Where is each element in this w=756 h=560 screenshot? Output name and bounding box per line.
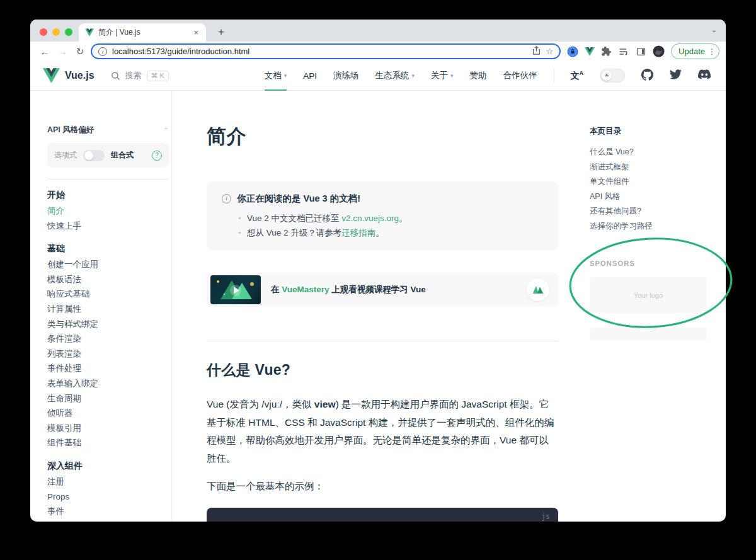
vuemastery-banner[interactable]: 在 VueMastery 上观看视频课程学习 Vue xyxy=(207,273,558,307)
nav-menu: 文档▾API演练场生态系统▾关于▾赞助合作伙伴 文A ☀ xyxy=(265,61,711,91)
collapse-chevron-icon[interactable]: ⌃ xyxy=(164,127,169,134)
close-window-button[interactable] xyxy=(40,28,47,36)
sidebar-item[interactable]: 计算属性 xyxy=(47,302,168,317)
sidebar-item[interactable]: 简介 xyxy=(47,203,168,219)
tab-search-chevron-icon[interactable]: ⌄ xyxy=(711,26,717,34)
sidebar: API 风格偏好 ⌃ 选项式 组合式 ? 开始简介快速上手基础创建一个应用模板语… xyxy=(30,91,172,522)
new-tab-button[interactable]: + xyxy=(214,26,229,38)
sponsor-placeholder-box[interactable]: Your logo xyxy=(590,277,707,313)
code-content[interactable]: import { createApp } from 'vue' createAp… xyxy=(207,508,558,522)
zoom-window-button[interactable] xyxy=(65,28,72,36)
playlist-extension-icon[interactable] xyxy=(618,47,629,57)
sidebar-item[interactable]: 事件 xyxy=(47,504,168,519)
sidebar-group: 深入组件注册Props事件透传 Attributes插槽 xyxy=(47,458,168,522)
section-title: 什么是 Vue? xyxy=(207,360,558,380)
info-title: 你正在阅读的是 Vue 3 的文档! xyxy=(237,193,360,205)
example-lead-paragraph: 下面是一个最基本的示例： xyxy=(207,480,558,493)
tab-title: 简介 | Vue.js xyxy=(98,27,188,38)
inline-link[interactable]: 迁移指南 xyxy=(341,228,375,237)
discord-icon[interactable] xyxy=(698,69,711,82)
sidebar-item[interactable]: 类与样式绑定 xyxy=(47,317,168,332)
search-icon xyxy=(111,71,120,81)
sidebar-item[interactable]: Props xyxy=(47,489,168,505)
browser-tab[interactable]: 简介 | Vue.js × xyxy=(79,23,206,42)
search-button[interactable]: 搜索 ⌘ K xyxy=(111,70,169,81)
api-style-switcher: 选项式 组合式 ? xyxy=(47,143,169,168)
sidebar-item[interactable]: 透传 Attributes xyxy=(47,519,168,522)
share-icon[interactable] xyxy=(532,46,541,57)
nav-item[interactable]: 关于▾ xyxy=(431,61,454,91)
main-area: 简介 i 你正在阅读的是 Vue 3 的文档! Vue 2 中文文档已迁移至 v… xyxy=(172,91,726,522)
side-panel-icon[interactable] xyxy=(636,47,646,57)
nav-item[interactable]: 文档▾ xyxy=(265,61,287,91)
toc-item[interactable]: 选择你的学习路径 xyxy=(590,219,712,234)
reload-button[interactable]: ↻ xyxy=(73,46,87,57)
nav-item[interactable]: 合作伙伴 xyxy=(503,61,537,91)
sidebar-item[interactable]: 列表渲染 xyxy=(47,346,168,362)
sidebar-item[interactable]: 注册 xyxy=(47,474,168,489)
sponsor-placeholder-box-2[interactable] xyxy=(590,328,707,340)
sidebar-group: 基础创建一个应用模板语法响应式基础计算属性类与样式绑定条件渲染列表渲染事件处理表… xyxy=(47,241,168,450)
api-preference-title: API 风格偏好 xyxy=(47,125,94,135)
bookmark-star-icon[interactable]: ☆ xyxy=(546,47,553,56)
code-language-badge: js xyxy=(541,512,550,521)
video-thumbnail[interactable] xyxy=(210,275,261,304)
nav-item[interactable]: API xyxy=(303,61,317,91)
sidebar-item[interactable]: 响应式基础 xyxy=(47,287,168,302)
screenshot-stage: 简介 | Vue.js × + ⌄ ← → ↻ i localhost:5173… xyxy=(0,0,756,560)
sidebar-item[interactable]: 快速上手 xyxy=(47,219,168,234)
site-brand[interactable]: Vue.js xyxy=(43,68,94,83)
url-text[interactable]: localhost:5173/guide/introduction.html xyxy=(112,47,527,56)
sidebar-item[interactable]: 侦听器 xyxy=(47,406,168,421)
composition-api-label[interactable]: 组合式 xyxy=(111,150,134,161)
options-api-label[interactable]: 选项式 xyxy=(54,150,77,161)
vue-devtools-extension-icon[interactable] xyxy=(585,47,595,56)
inline-link[interactable]: v2.cn.vuejs.org xyxy=(341,214,399,223)
sidebar-item[interactable]: 条件渲染 xyxy=(47,331,168,346)
sidebar-item[interactable]: 模板引用 xyxy=(47,421,168,436)
toc-aside: 本页目录 什么是 Vue?渐进式框架单文件组件API 风格还有其他问题?选择你的… xyxy=(590,91,712,340)
browser-toolbar: ← → ↻ i localhost:5173/guide/introductio… xyxy=(30,42,726,61)
brand-name: Vue.js xyxy=(65,70,94,81)
translate-icon[interactable]: 文A xyxy=(571,70,584,82)
forward-button[interactable]: → xyxy=(55,46,69,57)
site-navbar: Vue.js 搜索 ⌘ K 文档▾API演练场生态系统▾关于▾赞助合作伙伴 文A… xyxy=(30,61,726,91)
profile-avatar[interactable] xyxy=(653,45,665,57)
browser-menu-kebab-icon[interactable]: ⋮ xyxy=(708,47,716,56)
tab-strip: 简介 | Vue.js × + ⌄ xyxy=(30,20,726,42)
address-bar[interactable]: i localhost:5173/guide/introduction.html… xyxy=(91,43,561,59)
sponsor-placeholder-text: Your logo xyxy=(634,292,663,299)
nav-item[interactable]: 演练场 xyxy=(333,61,359,91)
sidebar-item[interactable]: 生命周期 xyxy=(47,391,168,406)
minimize-window-button[interactable] xyxy=(52,28,60,36)
toc-item[interactable]: API 风格 xyxy=(590,190,712,205)
toc-item[interactable]: 渐进式框架 xyxy=(590,160,712,175)
intro-paragraph: Vue (发音为 /vjuː/，类似 view) 是一款用于构建用户界面的 Ja… xyxy=(207,396,558,467)
site-info-icon[interactable]: i xyxy=(98,47,107,56)
sidebar-item[interactable]: 模板语法 xyxy=(47,272,168,287)
vuemastery-link[interactable]: VueMastery xyxy=(282,285,329,294)
extensions-puzzle-icon[interactable] xyxy=(601,46,612,57)
sidebar-item[interactable]: 表单输入绑定 xyxy=(47,376,168,391)
banner-text: 在 VueMastery 上观看视频课程学习 Vue xyxy=(271,284,426,295)
toc-item[interactable]: 还有其他问题? xyxy=(590,204,712,219)
code-block: js import { createApp } from 'vue' creat… xyxy=(207,508,558,522)
back-button[interactable]: ← xyxy=(38,46,52,57)
theme-toggle[interactable]: ☀ xyxy=(600,69,625,83)
sidebar-item[interactable]: 组件基础 xyxy=(47,435,168,450)
toc-item[interactable]: 单文件组件 xyxy=(590,174,712,190)
nav-item[interactable]: 生态系统▾ xyxy=(375,61,415,91)
help-icon[interactable]: ? xyxy=(152,151,162,161)
adblock-extension-icon[interactable] xyxy=(567,46,578,57)
tab-close-icon[interactable]: × xyxy=(192,28,200,37)
sidebar-item[interactable]: 创建一个应用 xyxy=(47,257,168,272)
chrome-update-button[interactable]: Update ⋮ xyxy=(671,43,719,59)
toc-item[interactable]: 什么是 Vue? xyxy=(590,145,712,160)
twitter-icon[interactable] xyxy=(670,69,682,82)
api-style-toggle[interactable] xyxy=(83,150,105,161)
info-callout: i 你正在阅读的是 Vue 3 的文档! Vue 2 中文文档已迁移至 v2.c… xyxy=(207,181,558,250)
browser-window: 简介 | Vue.js × + ⌄ ← → ↻ i localhost:5173… xyxy=(30,20,726,522)
sidebar-item[interactable]: 事件处理 xyxy=(47,361,168,376)
github-icon[interactable] xyxy=(641,69,653,83)
nav-item[interactable]: 赞助 xyxy=(470,61,487,91)
